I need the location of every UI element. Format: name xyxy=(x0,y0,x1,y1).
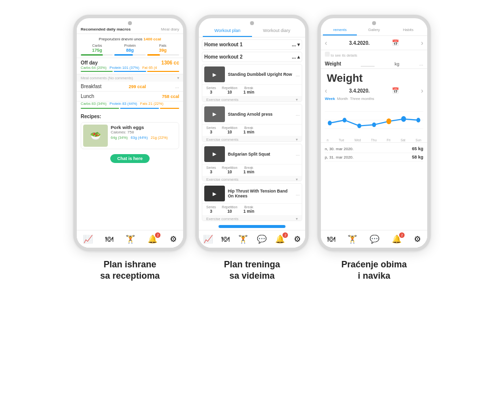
next-date-btn[interactable]: › xyxy=(421,39,423,47)
phone1-bottom-nav: 📈 🍽 🏋 🔔 2 ⚙ xyxy=(77,230,183,248)
stat-rep: Repetition 10 xyxy=(222,86,238,95)
period-month[interactable]: Month xyxy=(337,97,348,101)
stat-break2: Break 1 min xyxy=(243,126,254,134)
stat-rep3: Repetition 10 xyxy=(222,166,238,174)
tab-recommended[interactable]: Recomended daily macros xyxy=(81,27,130,32)
nav-notifications2[interactable]: 🔔 2 xyxy=(275,234,285,244)
recipe-card[interactable]: 🥗 Pork with eggs Calories: 758 64g (34%)… xyxy=(81,122,179,149)
weight-log: n, 30. mar 2020. 65 kg p, 31. mar 2020. … xyxy=(321,142,427,163)
phone2: Workout plan Workout diary Home workout … xyxy=(195,15,309,251)
more-icon[interactable]: ... xyxy=(175,84,179,89)
tab-workout-diary[interactable]: Workout diary xyxy=(252,25,301,37)
exercise-stats-2: Series 3 Repetition 10 Break 1 min xyxy=(202,125,302,136)
nav-chat3[interactable]: 💬 xyxy=(370,234,379,244)
recipe-fats: 21g (22%) xyxy=(151,135,168,140)
nav-chart[interactable]: 📈 xyxy=(83,234,93,244)
svg-point-5 xyxy=(357,124,361,128)
nav-settings2[interactable]: ⚙ xyxy=(294,234,301,244)
tab-measurements[interactable]: rements xyxy=(323,25,357,35)
off-protein: Protein 101 (37%) xyxy=(110,65,139,70)
tab-workout-plan[interactable]: Workout plan xyxy=(203,25,252,37)
weight-value-input[interactable] xyxy=(361,61,375,66)
weight-date-section1: ‹ 3.4.2020. 📅 › xyxy=(321,36,427,50)
more-icon[interactable]: ... ▾ xyxy=(292,42,300,47)
prev-date-btn2[interactable]: ‹ xyxy=(325,87,327,95)
exercise-comments-3: Exercise comments ▾ xyxy=(202,176,302,182)
phone2-caption: Plan treningasa videima xyxy=(224,259,280,282)
prev-date-btn[interactable]: ‹ xyxy=(325,39,327,47)
more-icon[interactable]: ... xyxy=(296,151,300,157)
phone2-bottom-nav: 📈 🍽 🏋 💬 🔔 2 ⚙ xyxy=(199,230,305,248)
workout-group-1[interactable]: Home workout 1 ... ▾ xyxy=(202,39,302,50)
recipes-label: Recipes: xyxy=(81,114,179,119)
nav-workout3[interactable]: 🏋 xyxy=(347,234,357,244)
exercise-header-2: ▶ Standing Arnold press ... xyxy=(202,104,302,125)
nav-settings[interactable]: ⚙ xyxy=(170,234,177,244)
lunch-item[interactable]: Lunch 758 ccal xyxy=(77,92,183,101)
svg-point-8 xyxy=(401,116,406,122)
nav-workout2[interactable]: 🏋 xyxy=(238,234,248,244)
meal-comments: Meal comments (No comments) ▾ xyxy=(77,74,183,82)
phone3-camera xyxy=(372,21,376,25)
workout-screen: Workout plan Workout diary Home workout … xyxy=(199,25,305,230)
stat-break3: Break 1 min xyxy=(243,166,254,174)
phone2-wrapper: Workout plan Workout diary Home workout … xyxy=(195,15,309,282)
nav-meals3[interactable]: 🍽 xyxy=(327,235,335,244)
nav-settings3[interactable]: ⚙ xyxy=(414,234,421,244)
off-day-calories: 1306 cc xyxy=(161,60,179,65)
exercise-comments-1: Exercise comments ▾ xyxy=(202,96,302,102)
svg-point-10 xyxy=(386,119,391,125)
svg-point-3 xyxy=(328,121,332,125)
workout-progress-bar xyxy=(219,225,285,228)
chevron-down-icon: ▾ xyxy=(177,76,179,80)
nav-workout[interactable]: 🏋 xyxy=(126,234,135,244)
calendar-icon2[interactable]: 📅 xyxy=(392,87,399,94)
tab-diary[interactable]: Meal diary xyxy=(161,27,179,32)
tab-habits[interactable]: Habits xyxy=(391,25,425,35)
calendar-icon[interactable]: 📅 xyxy=(392,39,399,46)
stat-series4: Series 3 xyxy=(206,205,216,214)
weight-screen: rements Gallery Habits ‹ 3.4.2020. 📅 › xyxy=(321,25,427,230)
exercise-thumb-4: ▶ xyxy=(204,186,225,201)
nav-notifications[interactable]: 🔔 2 xyxy=(148,234,158,244)
stat-rep4: Repetition 10 xyxy=(222,205,238,214)
nav-chart2[interactable]: 📈 xyxy=(203,234,213,244)
see-details-hint: to see its details xyxy=(321,50,427,59)
workout-list: Home workout 1 ... ▾ Home workout 2 ... … xyxy=(199,37,305,223)
more-icon[interactable]: ... xyxy=(296,111,300,117)
more-icon[interactable]: ... xyxy=(296,191,300,196)
breakfast-item[interactable]: Breakfast 299 ccal ... xyxy=(77,82,183,92)
chart-x-labels: n Tue Wed Thu Fri Sat Sun xyxy=(325,138,423,142)
exercise-header-1: ▶ Standing Dumbbell Upright Row ... xyxy=(202,65,302,85)
period-three-months[interactable]: Three months xyxy=(350,97,374,101)
more-icon[interactable]: ... xyxy=(419,61,423,66)
phones-row: Recomended daily macros Meal diary Prepo… xyxy=(73,15,431,282)
off-day-macros: Carbs 64 (20%) Protein 101 (37%) Fat 65 … xyxy=(81,65,179,70)
weight-date-section2: ‹ 3.4.2020. 📅 › xyxy=(321,85,427,97)
nav-meals2[interactable]: 🍽 xyxy=(221,235,229,244)
phone1-screen: Recomended daily macros Meal diary Prepo… xyxy=(77,25,183,248)
nav-meals[interactable]: 🍽 xyxy=(105,235,113,244)
exercise-thumb-3: ▶ xyxy=(204,146,225,162)
stat-rep2: Repetition 10 xyxy=(222,126,238,134)
daily-macros-title: Preporučeni dnevni unos 1400 ccal xyxy=(81,37,179,41)
stat-break4: Break 1 min xyxy=(243,205,254,214)
chart-title: Weight xyxy=(321,69,427,85)
workout-group-2[interactable]: Home workout 2 ... ▴ xyxy=(202,52,302,62)
tab-gallery[interactable]: Gallery xyxy=(357,25,391,35)
exercise-thumb-1: ▶ xyxy=(204,66,225,82)
nav-chat[interactable]: 💬 xyxy=(257,234,267,244)
daily-calories: 1400 ccal xyxy=(144,37,161,41)
nav-notifications3[interactable]: 🔔 2 xyxy=(392,234,402,244)
next-date-btn2[interactable]: › xyxy=(421,87,423,95)
more-icon[interactable]: ... xyxy=(296,72,300,77)
chat-button[interactable]: Chat is here xyxy=(110,154,150,163)
macro-bars xyxy=(81,54,179,56)
weight-tabs: rements Gallery Habits xyxy=(321,25,427,36)
phone3: rements Gallery Habits ‹ 3.4.2020. 📅 › xyxy=(317,15,431,251)
more-icon[interactable]: ... ▴ xyxy=(292,54,300,60)
phone1-caption: Plan ishranesa receptioma xyxy=(100,259,159,282)
current-date: 3.4.2020. xyxy=(349,40,370,46)
period-week[interactable]: Week xyxy=(325,97,335,101)
phone3-bottom-nav: 🍽 🏋 💬 🔔 2 ⚙ xyxy=(321,230,427,248)
